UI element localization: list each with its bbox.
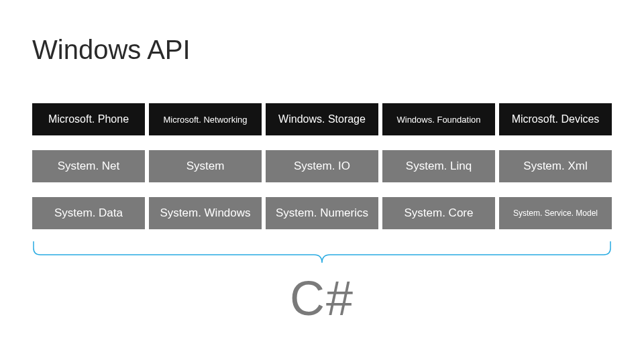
- api-cell: System. Net: [32, 150, 145, 182]
- api-cell: System. IO: [266, 150, 378, 182]
- api-cell: System. Core: [382, 197, 495, 229]
- table-row: System. Net System System. IO System. Li…: [32, 150, 612, 182]
- api-cell: Windows. Storage: [266, 103, 378, 135]
- api-cell: Windows. Foundation: [382, 103, 495, 135]
- slide-title: Windows API: [32, 35, 191, 65]
- table-row: Microsoft. Phone Microsoft. Networking W…: [32, 103, 612, 135]
- api-cell: Microsoft. Devices: [499, 103, 612, 135]
- curly-brace-icon: [32, 240, 612, 269]
- api-cell: System. Windows: [149, 197, 262, 229]
- api-cell: Microsoft. Networking: [149, 103, 262, 135]
- api-cell: System: [149, 150, 262, 182]
- api-grid: Microsoft. Phone Microsoft. Networking W…: [32, 103, 612, 229]
- api-cell: Microsoft. Phone: [32, 103, 145, 135]
- api-cell: System. Numerics: [266, 197, 378, 229]
- api-cell: System. Xml: [499, 150, 612, 182]
- api-cell: System. Linq: [382, 150, 495, 182]
- api-cell: System. Service. Model: [499, 197, 612, 229]
- language-label: C#: [0, 271, 644, 326]
- table-row: System. Data System. Windows System. Num…: [32, 197, 612, 229]
- api-cell: System. Data: [32, 197, 145, 229]
